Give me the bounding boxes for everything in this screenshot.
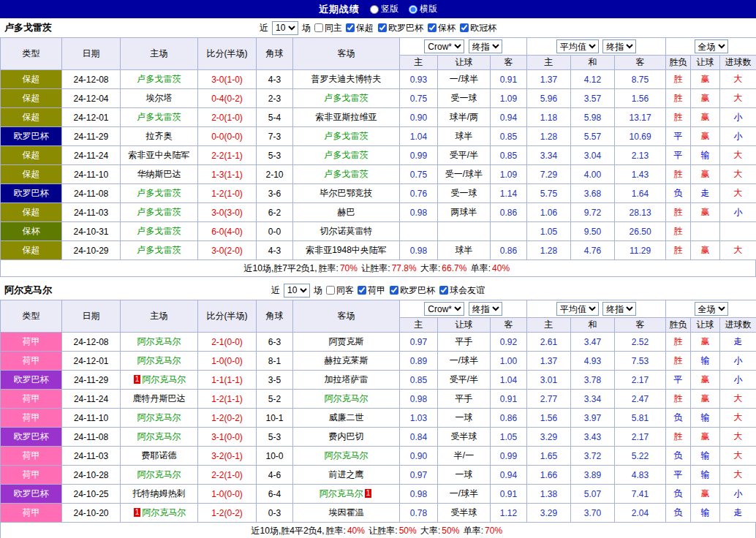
- odds-handicap: 一/球半: [438, 485, 491, 504]
- match-row: 保超24-12-01卢多戈雷茨2-0(1-0)5-4索非亚斯拉维亚0.90球半/…: [1, 108, 756, 127]
- odds-source-select[interactable]: Crow*: [424, 302, 464, 316]
- away-team: 前进之鹰: [293, 466, 400, 485]
- league-checkbox[interactable]: [346, 23, 355, 32]
- league-filter[interactable]: 保超: [346, 22, 374, 34]
- summary-row: 近10场,胜7平2负1, 胜率:70% 让胜率:77.8% 大率:66.7% 单…: [0, 260, 756, 277]
- col-odds-away: 客: [491, 318, 527, 333]
- match-score: 3-2(0-1): [198, 447, 257, 466]
- match-score: 2-1(0-0): [198, 333, 257, 352]
- result-handicap: 输: [691, 352, 720, 371]
- result-outcome: 胜: [666, 222, 691, 241]
- league-checkbox[interactable]: [428, 23, 436, 32]
- home-team: 1阿尔克马尔: [121, 371, 198, 390]
- match-row: 欧罗巴杯24-10-25托特纳姆热刺1-0(0-0)6-4阿尔克马尔10.98一…: [1, 485, 756, 504]
- result-handicap: 赢: [691, 165, 720, 184]
- team-name-text: 卢多戈雷茨: [137, 112, 181, 122]
- result-goals: 大: [720, 146, 756, 165]
- result-goals: 小: [720, 127, 756, 146]
- avg-home: 3.34: [527, 146, 571, 165]
- summary-label: 胜率:: [326, 525, 346, 537]
- result-goals: 走: [720, 504, 756, 523]
- odds-final-select[interactable]: 终指: [469, 302, 502, 316]
- league-checkbox[interactable]: [378, 23, 387, 32]
- layout-vertical-radio[interactable]: [370, 5, 379, 14]
- league-filter[interactable]: 荷甲: [358, 284, 385, 297]
- league-checkbox[interactable]: [460, 23, 469, 32]
- avg-odds-select[interactable]: 平均值: [556, 302, 599, 316]
- layout-vertical-option[interactable]: 竖版: [370, 3, 398, 15]
- result-handicap: 赢: [691, 89, 720, 108]
- league-badge: 欧罗巴杯: [1, 428, 62, 447]
- home-team: 卢多戈雷茨: [121, 184, 198, 203]
- recent-count-select[interactable]: 10: [284, 284, 310, 298]
- match-row: 欧罗巴杯24-11-08卢多戈雷茨1-2(1-0)3-6毕尔巴鄂竞技0.76受一…: [1, 184, 756, 203]
- match-date: 24-11-08: [62, 428, 121, 447]
- odds-away: 1.00: [491, 352, 527, 371]
- same-venue-label: 同客: [336, 284, 354, 297]
- team-name-text: 卢多戈雷茨: [325, 131, 368, 141]
- league-filter[interactable]: 球会友谊: [439, 284, 485, 297]
- layout-horizontal-option[interactable]: 横版: [409, 3, 437, 15]
- same-venue-checkbox[interactable]: [326, 286, 335, 295]
- away-team: 毕尔巴鄂竞技: [293, 184, 400, 203]
- same-venue-filter[interactable]: 同主: [314, 22, 342, 34]
- summary-label: 胜率:: [319, 262, 339, 275]
- odds-handicap: 受平/半: [438, 371, 491, 390]
- avg-odds-select[interactable]: 平均值: [556, 39, 599, 53]
- result-outcome: 胜: [666, 333, 691, 352]
- odds-handicap: 两球半: [438, 203, 491, 222]
- league-checkbox[interactable]: [358, 286, 366, 295]
- avg-away: 13.17: [615, 108, 666, 127]
- result-outcome: 胜: [666, 241, 691, 260]
- odds-source-header: Crow* 终指: [400, 300, 527, 318]
- league-filter[interactable]: 欧冠杯: [460, 22, 496, 34]
- avg-draw: 3.57: [571, 89, 615, 108]
- layout-horizontal-radio[interactable]: [409, 5, 417, 14]
- odds-source-select[interactable]: Crow*: [424, 39, 464, 53]
- avg-final-select[interactable]: 终指: [602, 302, 636, 316]
- league-badge: 荷甲: [1, 447, 62, 466]
- col-outcome: 胜负: [666, 56, 691, 70]
- match-row: 保超24-12-04埃尔塔0-4(0-2)2-3卢多戈雷茨0.75受一球1.09…: [1, 89, 756, 108]
- scope-select[interactable]: 全场: [695, 39, 728, 53]
- away-team: 索非亚1948中央陆军: [293, 241, 400, 260]
- match-date: 24-12-04: [62, 89, 121, 108]
- col-avg-home: 主: [527, 318, 571, 333]
- league-checkbox[interactable]: [439, 286, 448, 295]
- league-filter[interactable]: 保杯: [428, 22, 456, 34]
- avg-home: 1.65: [527, 447, 571, 466]
- league-filter[interactable]: 欧罗巴杯: [378, 22, 423, 34]
- result-goals: 大: [720, 466, 756, 485]
- avg-final-select[interactable]: 终指: [602, 39, 636, 53]
- odds-home: 0.93: [400, 70, 438, 89]
- avg-draw: 5.57: [571, 127, 615, 146]
- odds-away: 0.94: [491, 108, 527, 127]
- odds-source-header: Crow* 终指: [400, 38, 527, 56]
- team-name-text: 赫巴: [338, 207, 355, 217]
- home-team: 卢多戈雷茨: [121, 241, 198, 260]
- result-outcome: 负: [666, 485, 691, 504]
- odds-final-select[interactable]: 终指: [469, 39, 502, 53]
- home-team: 阿尔克马尔: [121, 409, 198, 428]
- result-outcome: 胜: [666, 165, 691, 184]
- same-venue-checkbox[interactable]: [314, 23, 323, 32]
- result-handicap: 输: [691, 466, 720, 485]
- home-team: 卢多戈雷茨: [121, 108, 198, 127]
- league-filter-label: 保超: [356, 22, 374, 34]
- odds-handicap: 受一球: [438, 184, 491, 203]
- avg-draw: 3.97: [571, 409, 615, 428]
- odds-home: 0.99: [400, 146, 438, 165]
- scope-select[interactable]: 全场: [695, 302, 728, 316]
- same-venue-filter[interactable]: 同客: [326, 284, 354, 297]
- league-checkbox[interactable]: [390, 286, 398, 295]
- col-home: 主场: [121, 300, 198, 333]
- result-handicap: 赢: [691, 428, 720, 447]
- league-filter[interactable]: 欧罗巴杯: [390, 284, 435, 297]
- avg-odds-header: 平均值 终指: [527, 38, 666, 56]
- corners-score: 5-3: [257, 146, 293, 165]
- recent-count-select[interactable]: 10: [272, 21, 298, 35]
- team-name-text: 阿尔克马尔: [137, 431, 181, 442]
- match-score: 1-2(0-2): [198, 504, 257, 523]
- odds-handicap: 一/球半: [438, 70, 491, 89]
- team-name-text: 埃因霍温: [329, 507, 364, 518]
